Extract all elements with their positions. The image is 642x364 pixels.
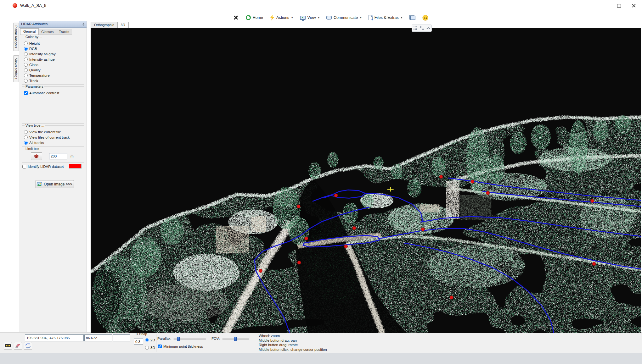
color-by-option-intensity-gray[interactable]: Intensity as gray: [22, 51, 84, 57]
lidar-attributes-panel: LiDAR Attributes General Classes Tracks …: [19, 21, 87, 332]
panel-title: LiDAR Attributes: [21, 22, 48, 26]
home-icon: [246, 15, 251, 20]
close-button[interactable]: [631, 3, 636, 8]
radio-all-tracks[interactable]: [24, 141, 28, 145]
window-controls: [601, 0, 636, 11]
communicate-menu[interactable]: Communicate ▾: [326, 15, 362, 20]
color-by-option-class[interactable]: Class: [22, 62, 84, 67]
parallax-slider[interactable]: [173, 337, 206, 341]
option-label: Intensity as hue: [29, 58, 55, 61]
radio-intensity-gray[interactable]: [24, 52, 28, 56]
identify-lidar-checkbox[interactable]: [22, 165, 26, 168]
dual-display-button[interactable]: [409, 15, 415, 20]
limit-box-button[interactable]: [31, 152, 42, 160]
option-label: Quality: [29, 68, 41, 72]
radio-files-of-track[interactable]: [24, 135, 28, 139]
tab-planar-analysis[interactable]: Planar Analysis: [13, 23, 19, 51]
radio-temperature[interactable]: [24, 74, 28, 77]
help-line: Middle button drag: pan: [259, 338, 327, 343]
files-extras-label: Files & Extras: [374, 15, 399, 20]
mouse-help-text: Wheel: zoom Middle button drag: pan Righ…: [259, 334, 327, 352]
tab-general[interactable]: General: [20, 28, 39, 35]
aux-field[interactable]: [113, 334, 130, 341]
eraser-tool-button[interactable]: [14, 342, 22, 350]
home-button[interactable]: Home: [246, 15, 263, 20]
eraser-tool-icon: [15, 343, 21, 349]
identify-lidar-option[interactable]: Identify LiDAR dataset: [22, 165, 64, 168]
tab-tracks[interactable]: Tracks: [56, 29, 72, 35]
option-label: RGB: [29, 47, 37, 51]
files-extras-menu[interactable]: Files & Extras ▾: [369, 15, 403, 20]
radio-current-file[interactable]: [24, 130, 28, 134]
open-image-button[interactable]: Open Image >>>: [36, 180, 74, 188]
bottom-tool-strip: [4, 342, 32, 350]
grid-dots-icon[interactable]: [413, 26, 417, 30]
color-by-option-intensity-hue[interactable]: Intensity as hue: [22, 57, 84, 62]
minimize-button[interactable]: [601, 3, 606, 8]
tab-classes[interactable]: Classes: [38, 29, 56, 35]
chevron-up-icon[interactable]: [426, 27, 431, 30]
pin-icon[interactable]: [82, 22, 85, 27]
fov-slider[interactable]: [222, 337, 249, 341]
radio-rgb[interactable]: [24, 47, 28, 51]
expand-arrows-icon[interactable]: [420, 26, 424, 30]
color-by-option-rgb[interactable]: RGB: [22, 46, 84, 51]
radio-3d[interactable]: [145, 346, 149, 350]
color-by-group: Color by ... Height RGB Intensity as gra…: [22, 37, 84, 85]
d-snap-2d-option[interactable]: 2D: [145, 337, 155, 343]
swap-arrows-tool-button[interactable]: [24, 342, 32, 350]
d-snap-value-input[interactable]: [134, 339, 143, 345]
measure-tool-button[interactable]: [4, 342, 12, 350]
color-by-option-height[interactable]: Height: [22, 41, 84, 46]
radio-2d[interactable]: [145, 338, 149, 342]
elevation-field[interactable]: [84, 334, 112, 341]
d-snap-3d-option[interactable]: 3D: [145, 345, 155, 350]
home-label: Home: [253, 15, 263, 20]
color-by-legend: Color by ...: [25, 35, 43, 39]
option-label: View files of current track: [29, 135, 70, 139]
d-snap-group: D Snap 2D 3D: [132, 334, 156, 352]
smiley-button[interactable]: [422, 15, 428, 21]
3d-viewport: [91, 28, 641, 333]
tab-views-settings[interactable]: Views settings: [13, 55, 19, 82]
tab-orthographic[interactable]: Orthographic: [91, 22, 118, 28]
lightning-icon: [270, 15, 274, 20]
option-label: Track: [29, 79, 38, 83]
option-label: Automatic contrast: [29, 91, 59, 95]
viewport-tabs: Orthographic 3D: [91, 22, 128, 28]
limit-box-input[interactable]: [49, 153, 67, 159]
speech-bubble-icon: [326, 16, 332, 19]
view-menu[interactable]: View ▾: [300, 15, 319, 20]
minimum-point-thickness-option[interactable]: Minimum point thickness: [158, 344, 203, 349]
tab-3d[interactable]: 3D: [117, 22, 129, 28]
close-view-button[interactable]: [233, 14, 239, 21]
close-x-icon: [233, 14, 239, 21]
option-label: 3D: [150, 346, 155, 350]
color-by-option-temperature[interactable]: Temperature: [22, 73, 84, 78]
radio-track[interactable]: [24, 79, 28, 83]
slider-thumb[interactable]: [177, 337, 180, 341]
pointcloud-canvas[interactable]: [91, 28, 641, 333]
view-type-current-file[interactable]: View the current file: [22, 129, 84, 135]
maximize-button[interactable]: [616, 3, 621, 8]
chevron-down-icon: ▾: [401, 16, 403, 19]
slider-thumb[interactable]: [234, 337, 237, 341]
panel-tabs: General Classes Tracks: [20, 29, 72, 35]
view-type-legend: View type ...: [25, 124, 45, 127]
automatic-contrast-option[interactable]: Automatic contrast: [22, 90, 84, 96]
title-bar: Walk_A_SA_5: [0, 0, 642, 11]
automatic-contrast-checkbox[interactable]: [24, 91, 28, 95]
view-label: View: [307, 15, 316, 20]
radio-quality[interactable]: [24, 68, 28, 72]
identify-color-swatch: [69, 164, 82, 168]
coordinates-field[interactable]: [25, 334, 84, 341]
color-by-option-track[interactable]: Track: [22, 78, 84, 83]
radio-height[interactable]: [24, 41, 28, 45]
view-type-files-of-track[interactable]: View files of current track: [22, 135, 84, 140]
color-by-option-quality[interactable]: Quality: [22, 67, 84, 73]
minimum-point-thickness-checkbox[interactable]: [158, 345, 162, 348]
actions-menu[interactable]: Actions ▾: [270, 15, 293, 20]
radio-class[interactable]: [24, 63, 28, 67]
radio-intensity-hue[interactable]: [24, 58, 28, 61]
view-type-all-tracks[interactable]: All tracks: [22, 140, 84, 145]
